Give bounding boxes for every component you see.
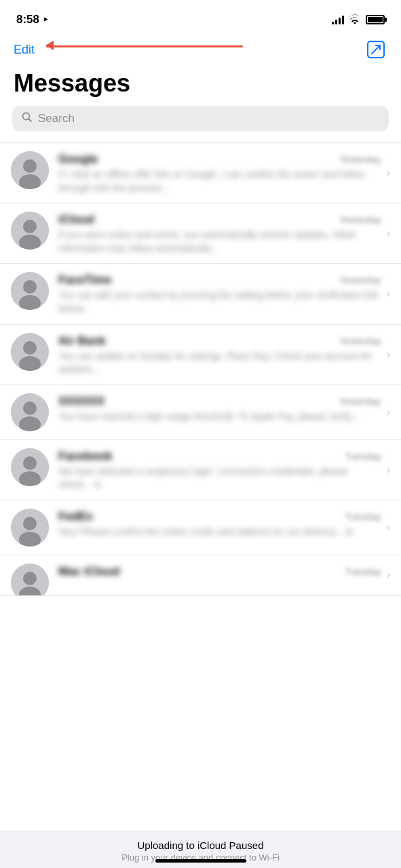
- message-preview: If I click an offline offer link on Goog…: [58, 168, 381, 195]
- svg-point-15: [23, 401, 37, 415]
- avatar: [11, 272, 49, 310]
- chevron-icon: ›: [387, 167, 390, 179]
- contact-name: Google: [58, 153, 334, 166]
- wifi-icon: [349, 14, 361, 26]
- chevron-icon: ›: [387, 569, 390, 581]
- chevron-icon: ›: [387, 521, 390, 534]
- status-icons: [332, 14, 385, 26]
- message-preview: If you were online and active, you autom…: [58, 229, 381, 255]
- message-content: Facebook Tuesday We have detected a susp…: [58, 448, 381, 492]
- edit-button[interactable]: Edit: [14, 43, 35, 57]
- status-time: 8:58 ‣: [16, 13, 48, 26]
- list-item[interactable]: Mac iCloud Tuesday ›: [0, 555, 401, 596]
- avatar: [11, 448, 49, 486]
- message-content: FaceTime Yesterday You can add your cont…: [58, 272, 381, 315]
- status-bar: 8:58 ‣: [0, 0, 401, 34]
- svg-point-12: [23, 341, 37, 355]
- contact-name: Mac iCloud: [58, 565, 339, 578]
- list-item[interactable]: FedEx Tuesday Hey! Please confirm the on…: [0, 500, 401, 555]
- message-preview: You can update on Sunday for settings. P…: [58, 350, 381, 376]
- message-time: Yesterday: [339, 154, 381, 165]
- avatar: [11, 212, 49, 250]
- contact-name: iCloud: [58, 213, 334, 226]
- message-time: Yesterday: [339, 336, 381, 347]
- message-content: Mac iCloud Tuesday: [58, 564, 381, 580]
- chevron-icon: ›: [387, 227, 390, 239]
- message-preview: You have reached a high usage threshold.…: [58, 410, 381, 424]
- avatar: [11, 151, 49, 189]
- svg-point-9: [23, 280, 37, 294]
- message-time: Tuesday: [345, 566, 381, 577]
- contact-name: FedEx: [58, 510, 339, 524]
- svg-point-21: [23, 517, 37, 530]
- avatar: [11, 509, 49, 547]
- nav-bar: Edit: [0, 34, 401, 66]
- home-indicator: [155, 859, 246, 863]
- message-time: Tuesday: [345, 511, 381, 522]
- contact-name: Air Bank: [58, 334, 334, 348]
- message-content: Air Bank Yesterday You can update on Sun…: [58, 333, 381, 376]
- message-time: Tuesday: [345, 451, 381, 462]
- page-title: Messages: [0, 66, 401, 106]
- avatar: [11, 564, 49, 596]
- svg-point-6: [23, 220, 37, 233]
- message-content: Google Yesterday If I click an offline o…: [58, 151, 381, 195]
- list-item[interactable]: Google Yesterday If I click an offline o…: [0, 143, 401, 203]
- search-bar[interactable]: Search: [12, 106, 389, 132]
- search-container: Search: [0, 106, 401, 142]
- message-list: Google Yesterday If I click an offline o…: [0, 142, 401, 596]
- list-item[interactable]: iCloud Yesterday If you were online and …: [0, 203, 401, 264]
- message-content: iCloud Yesterday If you were online and …: [58, 212, 381, 255]
- chevron-icon: ›: [387, 349, 390, 361]
- svg-point-18: [23, 456, 37, 470]
- list-item[interactable]: FaceTime Yesterday You can add your cont…: [0, 264, 401, 324]
- message-content: XXXXXX Yesterday You have reached a high…: [58, 393, 381, 424]
- message-time: Yesterday: [339, 396, 381, 407]
- message-preview: We have detected a suspicious login. Con…: [58, 465, 381, 492]
- message-content: FedEx Tuesday Hey! Please confirm the on…: [58, 509, 381, 539]
- avatar: [11, 393, 49, 431]
- message-time: Yesterday: [339, 214, 381, 225]
- search-icon: [22, 112, 33, 125]
- message-preview: You can add your contact by pressing the…: [58, 289, 381, 315]
- list-item[interactable]: Facebook Tuesday We have detected a susp…: [0, 440, 401, 500]
- svg-point-24: [23, 572, 37, 585]
- chevron-icon: ›: [387, 288, 390, 300]
- message-time: Yesterday: [339, 275, 381, 285]
- battery-icon: [366, 15, 385, 24]
- list-item[interactable]: Air Bank Yesterday You can update on Sun…: [0, 325, 401, 385]
- svg-point-3: [23, 159, 37, 173]
- contact-name: Facebook: [58, 450, 339, 463]
- contact-name: FaceTime: [58, 273, 334, 287]
- location-icon: ‣: [43, 14, 48, 25]
- arrow-annotation: [46, 41, 250, 50]
- message-preview: Hey! Please confirm the online credit ca…: [58, 526, 381, 539]
- signal-bars-icon: [332, 15, 344, 24]
- list-item[interactable]: XXXXXX Yesterday You have reached a high…: [0, 385, 401, 440]
- contact-name: XXXXXX: [58, 395, 334, 408]
- search-placeholder: Search: [38, 112, 75, 125]
- compose-button[interactable]: [364, 38, 387, 61]
- chevron-icon: ›: [387, 406, 390, 418]
- avatar: [11, 333, 49, 371]
- chevron-icon: ›: [387, 464, 390, 476]
- bottom-status-title: Uploading to iCloud Paused: [11, 840, 390, 851]
